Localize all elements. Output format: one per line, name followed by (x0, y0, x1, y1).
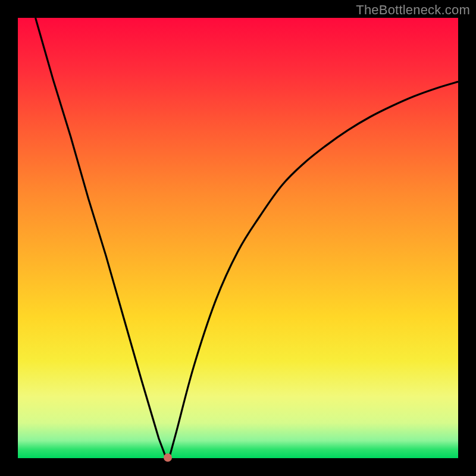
watermark-text: TheBottleneck.com (356, 2, 470, 18)
minimum-dot (164, 453, 172, 462)
curve-svg (18, 18, 458, 458)
curve-path (36, 18, 458, 456)
chart-frame: TheBottleneck.com (0, 0, 476, 476)
plot-area (18, 18, 458, 458)
